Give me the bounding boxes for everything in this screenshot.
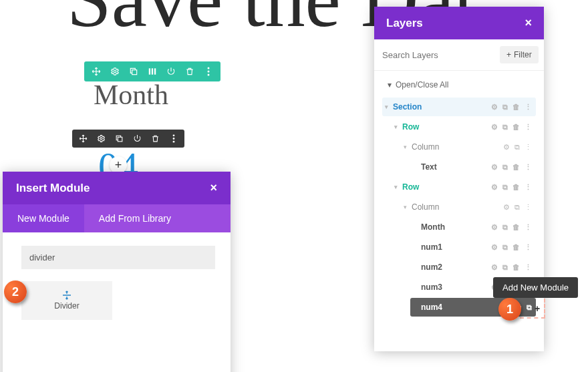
more-icon[interactable]: ⋮ bbox=[525, 183, 532, 192]
drop-target-indicator bbox=[520, 299, 545, 319]
gear-icon[interactable]: ⚙ bbox=[491, 123, 498, 132]
duplicate-icon[interactable]: ⧉ bbox=[502, 163, 508, 172]
duplicate-icon[interactable]: ⧉ bbox=[502, 183, 508, 192]
layers-panel: Layers × +Filter ▾Open/Close All ▾ Secti… bbox=[374, 7, 544, 351]
trash-icon[interactable]: 🗑 bbox=[512, 103, 520, 112]
duplicate-icon[interactable]: ⧉ bbox=[514, 203, 520, 212]
trash-icon[interactable]: 🗑 bbox=[512, 243, 520, 252]
layer-section[interactable]: ▾ Section ⚙ ⧉ 🗑 ⋮ bbox=[382, 98, 536, 116]
more-icon[interactable]: ⋮ bbox=[525, 103, 532, 112]
layer-label: Column bbox=[409, 142, 503, 152]
more-icon[interactable]: ⋮ bbox=[525, 243, 532, 252]
power-icon[interactable] bbox=[132, 134, 142, 144]
duplicate-icon[interactable]: ⧉ bbox=[514, 143, 520, 152]
svg-point-7 bbox=[208, 74, 210, 76]
gear-icon[interactable]: ⚙ bbox=[491, 163, 498, 172]
month-heading: Month bbox=[94, 79, 168, 111]
divider-icon bbox=[61, 291, 73, 300]
layer-row[interactable]: ▾ Row ⚙⧉🗑⋮ bbox=[392, 178, 536, 196]
more-icon[interactable]: ⋮ bbox=[525, 123, 532, 132]
filter-label: Filter bbox=[514, 50, 532, 59]
svg-point-11 bbox=[172, 138, 174, 140]
gear-icon[interactable]: ⚙ bbox=[491, 263, 498, 272]
trash-icon[interactable]: 🗑 bbox=[512, 223, 520, 232]
trash-icon[interactable]: 🗑 bbox=[512, 183, 520, 192]
close-icon[interactable]: × bbox=[525, 16, 532, 30]
layer-label: Column bbox=[409, 202, 503, 212]
filter-button[interactable]: +Filter bbox=[500, 46, 539, 63]
duplicate-icon[interactable] bbox=[114, 134, 124, 144]
layer-column[interactable]: ▾ Column ⚙⧉⋮ bbox=[401, 138, 536, 156]
add-new-module-tooltip: Add New Module bbox=[493, 277, 578, 298]
more-icon[interactable] bbox=[168, 134, 178, 144]
add-module-plus-icon[interactable]: + bbox=[535, 303, 540, 314]
caret-icon: ▾ bbox=[392, 124, 400, 130]
module-search-input[interactable] bbox=[21, 246, 215, 269]
module-option-divider[interactable]: Divider bbox=[21, 281, 112, 320]
tab-add-from-library[interactable]: Add From Library bbox=[84, 204, 186, 232]
trash-icon[interactable]: 🗑 bbox=[512, 263, 520, 272]
columns-icon[interactable] bbox=[147, 66, 158, 77]
duplicate-icon[interactable] bbox=[128, 66, 139, 77]
more-icon[interactable]: ⋮ bbox=[525, 143, 532, 152]
trash-icon[interactable] bbox=[150, 134, 160, 144]
layer-label: num2 bbox=[418, 262, 491, 272]
layers-title: Layers bbox=[386, 17, 423, 30]
svg-point-6 bbox=[208, 71, 210, 73]
gear-icon[interactable]: ⚙ bbox=[491, 243, 498, 252]
open-close-all[interactable]: ▾Open/Close All bbox=[382, 77, 536, 96]
gear-icon[interactable]: ⚙ bbox=[491, 183, 498, 192]
layer-row[interactable]: ▾ Row ⚙⧉🗑⋮ bbox=[392, 118, 536, 136]
caret-icon: ▾ bbox=[401, 204, 409, 210]
insert-module-title: Insert Module bbox=[16, 182, 90, 195]
svg-rect-4 bbox=[154, 68, 156, 74]
duplicate-icon[interactable]: ⧉ bbox=[502, 123, 508, 132]
duplicate-icon[interactable]: ⧉ bbox=[502, 243, 508, 252]
layer-label: num3 bbox=[418, 283, 491, 292]
duplicate-icon[interactable]: ⧉ bbox=[502, 263, 508, 272]
move-icon[interactable] bbox=[91, 66, 102, 77]
trash-icon[interactable] bbox=[184, 66, 195, 77]
layers-header: Layers × bbox=[374, 7, 544, 39]
layer-column[interactable]: ▾ Column ⚙⧉⋮ bbox=[401, 198, 536, 216]
tab-new-module[interactable]: New Module bbox=[3, 204, 84, 232]
open-close-label: Open/Close All bbox=[396, 80, 448, 89]
caret-icon: ▾ bbox=[401, 144, 409, 150]
layers-search-row: +Filter bbox=[374, 39, 544, 71]
layer-module-num1[interactable]: num1 ⚙⧉🗑⋮ bbox=[410, 238, 536, 256]
more-icon[interactable]: ⋮ bbox=[525, 203, 532, 212]
gear-icon[interactable]: ⚙ bbox=[491, 103, 498, 112]
svg-point-12 bbox=[172, 141, 174, 143]
gear-icon[interactable]: ⚙ bbox=[503, 203, 510, 212]
more-icon[interactable]: ⋮ bbox=[525, 223, 532, 232]
gear-icon[interactable]: ⚙ bbox=[503, 143, 510, 152]
close-icon[interactable]: × bbox=[210, 181, 217, 195]
gear-icon[interactable]: ⚙ bbox=[491, 223, 498, 232]
layer-module-text[interactable]: Text ⚙⧉🗑⋮ bbox=[410, 158, 536, 176]
duplicate-icon[interactable]: ⧉ bbox=[502, 103, 508, 112]
power-icon[interactable] bbox=[166, 66, 176, 77]
layer-module-num2[interactable]: num2 ⚙⧉🗑⋮ bbox=[410, 258, 536, 276]
insert-module-panel: Insert Module × New Module Add From Libr… bbox=[3, 172, 231, 372]
move-icon[interactable] bbox=[78, 134, 88, 144]
svg-rect-2 bbox=[149, 68, 150, 74]
gear-icon[interactable] bbox=[96, 134, 106, 144]
annotation-callout-1: 1 bbox=[498, 298, 521, 321]
layer-label: Month bbox=[418, 222, 491, 232]
svg-rect-3 bbox=[152, 68, 153, 74]
gear-icon[interactable] bbox=[110, 66, 120, 77]
layer-module-month[interactable]: Month ⚙⧉🗑⋮ bbox=[410, 218, 536, 236]
svg-point-10 bbox=[172, 134, 174, 136]
layers-search-input[interactable] bbox=[382, 50, 494, 60]
duplicate-icon[interactable]: ⧉ bbox=[502, 223, 508, 232]
more-icon[interactable]: ⋮ bbox=[525, 263, 532, 272]
svg-rect-9 bbox=[118, 137, 122, 142]
layer-label: num1 bbox=[418, 242, 491, 252]
more-icon[interactable] bbox=[203, 66, 214, 77]
trash-icon[interactable]: 🗑 bbox=[512, 123, 520, 132]
layer-label: Row bbox=[400, 182, 491, 192]
layer-label: Section bbox=[390, 102, 491, 112]
trash-icon[interactable]: 🗑 bbox=[512, 163, 520, 172]
annotation-callout-2: 2 bbox=[4, 281, 27, 303]
more-icon[interactable]: ⋮ bbox=[525, 163, 532, 172]
